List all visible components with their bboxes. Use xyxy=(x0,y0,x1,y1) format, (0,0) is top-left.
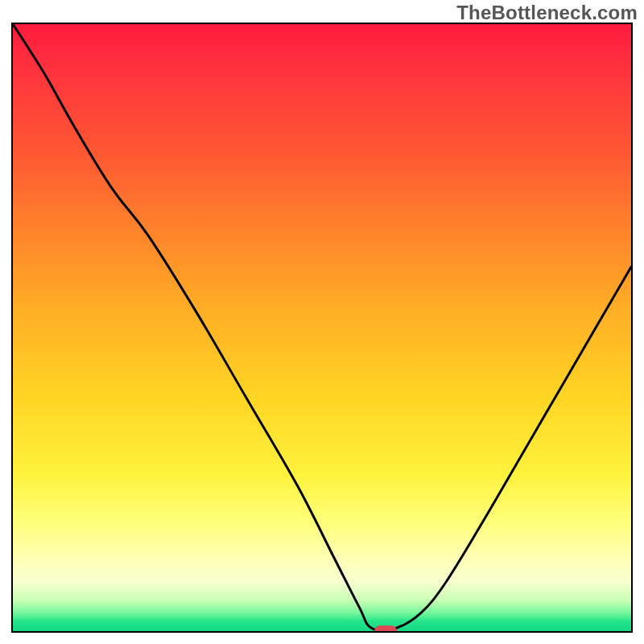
bottleneck-curve-path xyxy=(13,24,631,630)
chart-frame: TheBottleneck.com xyxy=(0,0,644,644)
watermark-text: TheBottleneck.com xyxy=(456,2,638,24)
plot-area xyxy=(11,23,633,633)
min-marker xyxy=(374,625,397,633)
curve-svg xyxy=(13,24,631,631)
